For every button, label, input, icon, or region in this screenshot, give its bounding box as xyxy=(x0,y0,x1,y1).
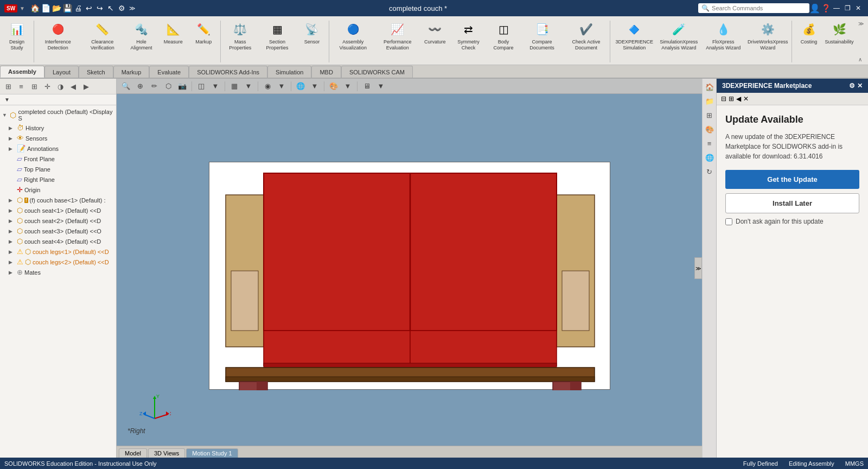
expand-icon[interactable]: ≫ xyxy=(127,3,138,14)
tree-item-sensors[interactable]: ▶ 👁 Sensors xyxy=(0,133,116,143)
search-dropdown-icon[interactable]: ▼ xyxy=(801,5,806,11)
grid-icon[interactable]: ⊞ xyxy=(28,80,40,92)
tree-item-history[interactable]: ▶ ⏱ History xyxy=(0,123,116,133)
tree-item-couch-seat3[interactable]: ▶ ⬡ couch seat<3> (Default) <<O xyxy=(0,226,116,236)
tool-body-compare[interactable]: ◫ Body Compare xyxy=(488,18,520,65)
search-bar[interactable]: 🔍 ▼ xyxy=(698,3,809,13)
search-input[interactable] xyxy=(712,5,799,11)
tab-markup[interactable]: Markup xyxy=(113,66,150,78)
tool-sensor[interactable]: 📡 Sensor xyxy=(297,18,327,65)
zoom-area-icon[interactable]: ⊕ xyxy=(134,80,146,92)
tool-interference-detection[interactable]: 🔴 Interference Detection xyxy=(36,18,80,65)
tree-item-couch-legs2[interactable]: ▶ ⚠ ⬡ couch legs<2> (Default) <<D xyxy=(0,257,116,267)
dropdown-icon4[interactable]: ▼ xyxy=(309,80,321,92)
panel-arrows-right-icon[interactable]: ✕ xyxy=(743,95,749,103)
display-icon[interactable]: ◑ xyxy=(54,80,66,92)
view-tab-3d-views[interactable]: 3D Views xyxy=(148,448,185,458)
tab-layout[interactable]: Layout xyxy=(44,66,79,78)
tool-performance-evaluation[interactable]: 📈 Performance Evaluation xyxy=(376,18,419,65)
tab-evaluate[interactable]: Evaluate xyxy=(149,66,189,78)
tab-solidworks-cam[interactable]: SOLIDWORKS CAM xyxy=(341,66,413,78)
grid-right-icon[interactable]: ⊞ xyxy=(704,109,716,121)
tool-hole-alignment[interactable]: 🔩 Hole Alignment xyxy=(125,18,158,65)
tool-3dexperience[interactable]: 🔷 3DEXPERIENCE Simulation xyxy=(612,18,656,65)
install-later-button[interactable]: Install Later xyxy=(725,193,859,213)
tab-mbd[interactable]: MBD xyxy=(311,66,341,78)
tool-driveworksxpress[interactable]: ⚙️ DriveWorksXpress Wizard xyxy=(746,18,789,65)
new-icon[interactable]: 📄 xyxy=(40,3,51,14)
tool-section-properties[interactable]: ▦ Section Properties xyxy=(258,18,296,65)
tool-flowxpress[interactable]: 💧 FloXpress Analysis Wizard xyxy=(701,18,745,65)
tool-curvature[interactable]: 〰️ Curvature xyxy=(420,18,450,65)
arrow-right-icon[interactable]: ▶ xyxy=(80,80,92,92)
redo-icon[interactable]: ↪ xyxy=(94,3,105,14)
tree-item-couch-seat2[interactable]: ▶ ⬡ couch seat<2> (Default) <<D xyxy=(0,216,116,226)
panel-close-icon[interactable]: ✕ xyxy=(857,82,863,90)
tab-assembly[interactable]: Assembly xyxy=(0,66,44,78)
search-view-icon[interactable]: 🔍 xyxy=(120,80,132,92)
tree-item-annotations[interactable]: ▶ 📝 Annotations xyxy=(0,143,116,154)
tool-measure[interactable]: 📐 Measure xyxy=(158,18,188,65)
view-tab-motion-study[interactable]: Motion Study 1 xyxy=(186,448,238,458)
close-button[interactable]: ✕ xyxy=(853,3,864,14)
sketch-icon[interactable]: ✏ xyxy=(148,80,160,92)
crosshair-icon[interactable]: ✛ xyxy=(41,80,53,92)
view-orient-icon[interactable]: ⬡ xyxy=(162,80,174,92)
tree-item-mates[interactable]: ▶ ⊕ Mates xyxy=(0,267,116,277)
list-icon[interactable]: ≡ xyxy=(15,80,27,92)
tree-item-couch-seat1[interactable]: ▶ ⬡ couch seat<1> (Default) <<D xyxy=(0,205,116,216)
tree-item-right-plane[interactable]: ▱ Right Plane xyxy=(0,174,116,185)
minimize-button[interactable]: — xyxy=(831,3,842,14)
folder-right-icon[interactable]: 📁 xyxy=(704,95,716,107)
tool-design-study[interactable]: 📊 Design Study xyxy=(2,18,31,65)
tool-mass-properties[interactable]: ⚖️ Mass Properties xyxy=(223,18,257,65)
dont-ask-label[interactable]: Don't ask again for this update xyxy=(736,218,824,225)
restore-button[interactable]: ❐ xyxy=(842,3,853,14)
print-icon[interactable]: 🖨 xyxy=(73,3,84,14)
view-monitor-icon[interactable]: 🖥 xyxy=(361,80,373,92)
tree-item-couch-legs1[interactable]: ▶ ⚠ ⬡ couch legs<1> (Default) <<D xyxy=(0,246,116,257)
user-icon[interactable]: 👤 xyxy=(809,3,820,14)
viewport[interactable]: 🔍 ⊕ ✏ ⬡ 📷 ◫ ▼ ▦ ▼ ◉ ▼ 🌐 ▼ 🎨 ▼ 🖥 ▼ xyxy=(117,79,702,458)
appearance-icon[interactable]: 🎨 xyxy=(328,80,340,92)
help-icon[interactable]: ❓ xyxy=(820,3,831,14)
dropdown-icon5[interactable]: ▼ xyxy=(342,80,354,92)
open-icon[interactable]: 📂 xyxy=(51,3,62,14)
tool-assembly-visualization[interactable]: 🔵 Assembly Visualization xyxy=(331,18,375,65)
panel-arrows-left-icon[interactable]: ◀ xyxy=(736,95,741,103)
tool-check-active-document[interactable]: ✔️ Check Active Document xyxy=(564,18,608,65)
color-right-icon[interactable]: 🎨 xyxy=(704,123,716,135)
tab-sketch[interactable]: Sketch xyxy=(79,66,113,78)
dropdown-icon6[interactable]: ▼ xyxy=(375,80,387,92)
globe-right-icon[interactable]: 🌐 xyxy=(704,151,716,163)
tree-item-couch-seat4[interactable]: ▶ ⬡ couch seat<4> (Default) <<D xyxy=(0,236,116,246)
ribbon-expand-top[interactable]: ≫ xyxy=(858,21,864,27)
arrow-left-icon[interactable]: ◀ xyxy=(67,80,79,92)
section-view-icon[interactable]: ▦ xyxy=(228,80,240,92)
panel-minimize-icon[interactable]: ⊟ xyxy=(721,95,726,103)
dont-ask-checkbox[interactable] xyxy=(725,218,732,225)
tab-solidworks-addins[interactable]: SOLIDWORKS Add-Ins xyxy=(189,66,267,78)
camera-icon[interactable]: 📷 xyxy=(176,80,188,92)
tool-markup[interactable]: ✏️ Markup xyxy=(189,18,218,65)
tab-simulation[interactable]: Simulation xyxy=(267,66,311,78)
tool-costing[interactable]: 💰 Costing xyxy=(794,18,824,65)
tool-symmetry-check[interactable]: ⇄ Symmetry Check xyxy=(451,18,487,65)
list-right-icon[interactable]: ≡ xyxy=(704,137,716,149)
tree-item-front-plane[interactable]: ▱ Front Plane xyxy=(0,154,116,164)
get-update-button[interactable]: Get the Update xyxy=(725,170,859,189)
tree-item-origin[interactable]: ✛ Origin xyxy=(0,185,116,195)
refresh-right-icon[interactable]: ↻ xyxy=(704,166,716,178)
filter-icon[interactable]: ⊞ xyxy=(2,80,14,92)
tree-item-top-plane[interactable]: ▱ Top Plane xyxy=(0,164,116,174)
panel-collapse-button[interactable]: ≫ xyxy=(694,257,702,279)
hide-show-icon[interactable]: ◫ xyxy=(195,80,207,92)
dropdown-icon3[interactable]: ▼ xyxy=(276,80,288,92)
panel-settings-icon[interactable]: ⚙ xyxy=(849,82,855,90)
scene-icon[interactable]: 🌐 xyxy=(295,80,307,92)
home-right-icon[interactable]: 🏠 xyxy=(704,81,716,93)
tree-root[interactable]: ▼ ⬡ completed couch (Default) <Display S xyxy=(0,107,116,123)
dropdown-icon2[interactable]: ▼ xyxy=(242,80,254,92)
settings-icon[interactable]: ⚙ xyxy=(116,3,127,14)
panel-restore-icon[interactable]: ⊞ xyxy=(729,95,734,103)
